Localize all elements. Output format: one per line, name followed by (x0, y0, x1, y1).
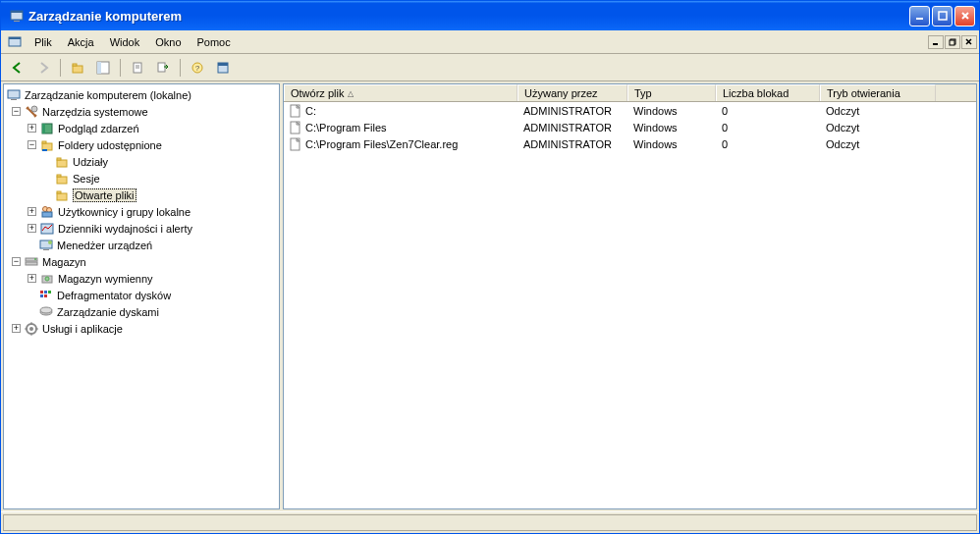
cell-type: Windows (627, 122, 716, 134)
svg-rect-30 (57, 158, 61, 160)
menubar: Plik Akcja Widok Okno Pomoc (1, 30, 979, 54)
cell-file: C:\Program Files\Zen7Clear.reg (284, 137, 517, 151)
book-icon (39, 121, 55, 136)
users-icon (39, 204, 55, 220)
cell-type: Windows (627, 138, 716, 150)
help-button[interactable]: ? (187, 57, 208, 79)
refresh-button[interactable] (212, 57, 234, 79)
svg-rect-26 (42, 124, 45, 134)
column-header-file[interactable]: Otwórz plik △ (284, 84, 517, 101)
column-header-locks[interactable]: Liczba blokad (716, 84, 820, 101)
shared-folder-icon (39, 137, 55, 153)
tree-storage[interactable]: − Magazyn (4, 253, 279, 270)
folder-icon (54, 171, 70, 187)
svg-rect-4 (939, 12, 947, 20)
list-row[interactable]: C:\Program FilesADMINISTRATORWindows0Odc… (284, 119, 976, 135)
forward-button[interactable] (32, 57, 54, 79)
mdi-close-button[interactable] (961, 35, 977, 49)
svg-rect-11 (73, 64, 77, 66)
tools-icon (24, 104, 39, 120)
up-folder-button[interactable] (67, 57, 88, 79)
maximize-button[interactable] (932, 6, 953, 27)
list-row[interactable]: C:ADMINISTRATORWindows0Odczyt (284, 102, 976, 119)
tree-panel[interactable]: Zarządzanie komputerem (lokalne) − Narzę… (3, 83, 280, 509)
device-icon (38, 238, 54, 253)
list-header: Otwórz plik △ Używany przez Typ Liczba b… (284, 84, 976, 102)
tree-device-manager[interactable]: Menedżer urządzeń (4, 237, 279, 253)
main-window: Zarządzanie komputerem Plik Akcja Widok … (0, 0, 980, 534)
export-list-button[interactable] (152, 57, 174, 79)
menu-pomoc[interactable]: Pomoc (190, 34, 239, 50)
collapse-icon[interactable]: − (12, 107, 21, 116)
column-header-user[interactable]: Używany przez (517, 84, 627, 101)
cell-user: ADMINISTRATOR (517, 105, 627, 117)
cell-user: ADMINISTRATOR (517, 122, 627, 134)
services-icon (24, 321, 39, 337)
tree-defrag[interactable]: Defragmentator dysków (4, 287, 279, 303)
titlebar[interactable]: Zarządzanie komputerem (1, 1, 979, 30)
tree-perf-logs[interactable]: + Dzienniki wydajności i alerty (4, 220, 279, 237)
properties-button[interactable] (127, 57, 148, 79)
mdi-controls (928, 35, 977, 49)
list-body[interactable]: C:ADMINISTRATORWindows0OdczytC:\Program … (284, 102, 976, 508)
expand-icon[interactable]: + (27, 274, 36, 283)
selected-node: Otwarte pliki (73, 188, 136, 202)
expand-icon[interactable]: + (27, 207, 36, 216)
svg-rect-22 (8, 90, 20, 98)
show-tree-button[interactable] (92, 57, 114, 79)
column-header-type[interactable]: Typ (627, 84, 716, 101)
window-title: Zarządzanie komputerem (28, 9, 909, 24)
svg-rect-34 (57, 191, 61, 193)
tree-services-apps[interactable]: + Usługi i aplikacje (4, 320, 279, 337)
close-button[interactable] (954, 6, 975, 27)
menu-plik[interactable]: Plik (27, 34, 60, 50)
svg-rect-21 (218, 63, 228, 66)
menu-akcja[interactable]: Akcja (60, 34, 102, 50)
minimize-button[interactable] (909, 6, 930, 27)
tree-open-files[interactable]: Otwarte pliki (4, 187, 279, 203)
mdi-app-icon[interactable] (7, 34, 23, 50)
tree-sessions[interactable]: Sesje (4, 170, 279, 187)
svg-point-53 (40, 307, 52, 313)
svg-point-55 (29, 327, 33, 331)
menu-widok[interactable]: Widok (102, 34, 148, 50)
svg-rect-17 (158, 63, 165, 72)
svg-rect-43 (26, 262, 37, 265)
svg-rect-10 (73, 66, 82, 73)
cell-file: C: (284, 104, 517, 118)
svg-rect-13 (97, 62, 101, 74)
column-header-mode[interactable]: Tryb otwierania (820, 84, 936, 101)
content-area: Zarządzanie komputerem (lokalne) − Narzę… (1, 81, 979, 511)
expand-icon[interactable]: + (12, 324, 21, 333)
menu-okno[interactable]: Okno (147, 34, 189, 50)
mdi-minimize-button[interactable] (928, 35, 944, 49)
back-button[interactable] (7, 57, 28, 79)
expand-icon[interactable]: + (27, 124, 36, 133)
mdi-restore-button[interactable] (945, 35, 960, 49)
toolbar: ? (1, 54, 979, 81)
status-pane (3, 514, 977, 531)
svg-rect-28 (42, 141, 46, 143)
cell-mode: Odczyt (820, 105, 936, 117)
tree-shares[interactable]: Udziały (4, 153, 279, 170)
svg-point-44 (34, 258, 36, 260)
list-row[interactable]: C:\Program Files\Zen7Clear.regADMINISTRA… (284, 135, 976, 152)
tree-shared-folders[interactable]: − Foldery udostępnione (4, 136, 279, 153)
svg-rect-1 (11, 11, 23, 13)
tree-system-tools[interactable]: − Narzędzia systemowe (4, 103, 279, 120)
tree-users-groups[interactable]: + Użytkownicy i grupy lokalne (4, 203, 279, 220)
tree-root[interactable]: Zarządzanie komputerem (lokalne) (4, 86, 279, 103)
tree-event-viewer[interactable]: + Podgląd zdarzeń (4, 120, 279, 136)
storage-icon (24, 254, 39, 270)
tree-removable-storage[interactable]: + Magazyn wymienny (4, 270, 279, 287)
svg-text:?: ? (195, 64, 200, 73)
svg-rect-7 (933, 43, 938, 45)
sort-asc-icon: △ (348, 89, 354, 98)
tree-disk-management[interactable]: Zarządzanie dyskami (4, 303, 279, 320)
collapse-icon[interactable]: − (27, 140, 36, 149)
cell-mode: Odczyt (820, 138, 936, 150)
removable-icon (39, 271, 55, 287)
collapse-icon[interactable]: − (12, 257, 21, 266)
disk-icon (38, 304, 54, 320)
expand-icon[interactable]: + (27, 224, 36, 233)
